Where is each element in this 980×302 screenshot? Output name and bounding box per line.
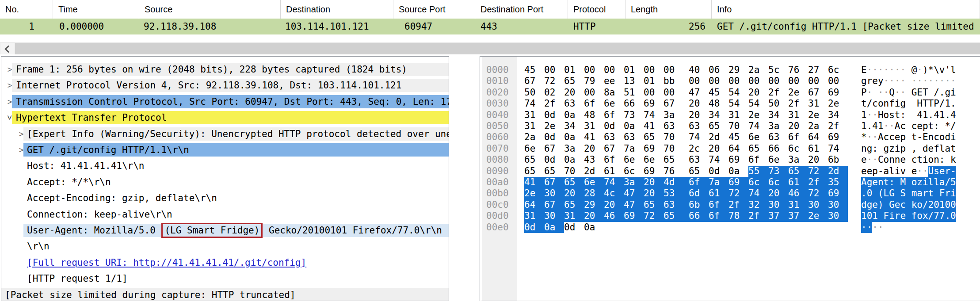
ascii-char[interactable]: l: [950, 65, 956, 76]
hex-byte[interactable]: 20: [748, 87, 768, 98]
ascii-char[interactable]: t: [884, 177, 889, 188]
detail-row[interactable]: >Frame 1: 256 bytes on wire (2048 bits),…: [1, 61, 449, 77]
ascii-char[interactable]: T: [923, 87, 928, 98]
ascii-char[interactable]: n: [934, 154, 939, 165]
ascii-char[interactable]: A: [878, 132, 884, 143]
hex-row[interactable]: 00706e673a20677a69702c206465666c6174ng: …: [480, 143, 980, 154]
hex-bytes[interactable]: 6565702d616c6976650d0a557365722d: [524, 166, 848, 177]
hex-byte[interactable]: 0d: [709, 166, 728, 177]
ascii-char[interactable]: ·: [872, 222, 878, 233]
hex-byte[interactable]: 55: [748, 166, 768, 177]
hex-byte[interactable]: 74: [828, 143, 848, 154]
hex-byte[interactable]: 65: [524, 154, 544, 165]
ascii-char[interactable]: ·: [917, 76, 923, 87]
ascii-char[interactable]: T: [923, 98, 928, 109]
expanded-chevron-icon[interactable]: >: [2, 115, 18, 120]
scroll-left-button[interactable]: [1, 43, 14, 54]
hex-byte[interactable]: 6c: [788, 143, 808, 154]
column-header-protocol[interactable]: Protocol: [568, 0, 625, 19]
ascii-char[interactable]: [911, 110, 917, 121]
hex-byte[interactable]: 31: [564, 210, 584, 222]
hex-byte[interactable]: 76: [664, 166, 689, 177]
ascii-char[interactable]: H: [878, 110, 884, 121]
hex-byte[interactable]: 30: [828, 199, 848, 210]
hex-byte[interactable]: 20: [644, 177, 664, 188]
ascii-char[interactable]: t: [911, 132, 917, 143]
ascii-char[interactable]: g: [867, 177, 873, 188]
hex-byte[interactable]: 00: [584, 65, 604, 76]
ascii-char[interactable]: z: [889, 143, 895, 154]
ascii-char[interactable]: e: [917, 121, 923, 132]
ascii-char[interactable]: o: [884, 110, 889, 121]
column-header-source[interactable]: Source: [139, 0, 281, 19]
hex-bytes[interactable]: 312e34310d0a4163636570743a202a2f: [524, 121, 848, 132]
hex-byte[interactable]: 0a: [564, 154, 584, 165]
ascii-char[interactable]: l: [934, 177, 939, 188]
hex-byte[interactable]: 6e: [768, 154, 788, 165]
hex-byte[interactable]: 29: [728, 65, 748, 76]
detail-row[interactable]: Connection: keep-alive\r\n: [1, 206, 449, 222]
ascii-char[interactable]: [872, 188, 878, 199]
hex-byte[interactable]: 67: [544, 177, 564, 188]
detail-row[interactable]: [HTTP request 1/1]: [1, 271, 449, 287]
hex-byte[interactable]: 00: [728, 76, 748, 87]
hex-row[interactable]: 0020500220008a510000474554202f2e6769P· ·…: [480, 87, 980, 98]
ascii-char[interactable]: 1: [923, 110, 928, 121]
ascii-char[interactable]: ·: [884, 87, 889, 98]
ascii-char[interactable]: -: [950, 166, 956, 177]
ascii-char[interactable]: M: [900, 177, 906, 188]
ascii-char[interactable]: ·: [923, 76, 928, 87]
hex-byte[interactable]: 2c: [689, 143, 709, 154]
hex-byte[interactable]: 61: [808, 143, 828, 154]
hex-byte[interactable]: 2a: [748, 65, 768, 76]
ascii-char[interactable]: 0: [950, 199, 956, 210]
ascii-char[interactable]: ·: [895, 76, 900, 87]
ascii-char[interactable]: F: [939, 188, 945, 199]
hex-byte[interactable]: 2f: [808, 177, 828, 188]
detail-row[interactable]: Accept: */*\r\n: [1, 174, 449, 190]
ascii-char[interactable]: r: [945, 188, 950, 199]
ascii-char[interactable]: m: [911, 188, 917, 199]
hex-byte[interactable]: 70: [664, 143, 689, 154]
hex-byte[interactable]: 69: [644, 98, 664, 109]
ascii-char[interactable]: 4: [934, 110, 939, 121]
hex-byte[interactable]: 69: [728, 154, 748, 165]
hex-row[interactable]: 00c064676529204765636b6f2f3230313030dge)…: [480, 199, 980, 210]
hex-byte[interactable]: 00: [664, 65, 689, 76]
hex-byte[interactable]: 3a: [788, 154, 808, 165]
hex-byte[interactable]: 20: [564, 87, 584, 98]
ascii-char[interactable]: .: [939, 87, 945, 98]
ascii-char[interactable]: ·: [911, 76, 917, 87]
hex-byte[interactable]: 65: [664, 210, 689, 222]
hex-byte[interactable]: 6f: [709, 210, 728, 222]
ascii-char[interactable]: n: [895, 154, 900, 165]
hex-bytes[interactable]: 4167656e743a204d6f7a696c6c612f35: [524, 177, 848, 188]
hex-byte[interactable]: 67: [524, 76, 544, 87]
ascii-bytes[interactable]: ng: gzip , deflat: [861, 143, 956, 154]
ascii-char[interactable]: i: [895, 166, 900, 177]
hex-byte[interactable]: 31: [524, 110, 544, 121]
detail-row[interactable]: >GET /.git/config HTTP/1.1\r\n: [1, 142, 449, 158]
hex-bytes[interactable]: 500220008a510000474554202f2e6769: [524, 87, 848, 98]
ascii-char[interactable]: d: [923, 143, 928, 154]
ascii-char[interactable]: ·: [872, 110, 878, 121]
ascii-char[interactable]: s: [889, 110, 895, 121]
ascii-char[interactable]: .: [950, 98, 956, 109]
hex-byte[interactable]: 72: [808, 166, 828, 177]
packet-list-hscrollbar[interactable]: [0, 42, 980, 54]
ascii-char[interactable]: ·: [878, 222, 884, 233]
hex-byte[interactable]: 69: [828, 87, 848, 98]
ascii-char[interactable]: (: [878, 188, 884, 199]
hex-byte[interactable]: 67: [808, 87, 828, 98]
ascii-char[interactable]: [878, 143, 884, 154]
ascii-char[interactable]: e: [872, 76, 878, 87]
hex-byte[interactable]: 66: [624, 98, 644, 109]
ascii-char[interactable]: ·: [895, 87, 900, 98]
ascii-char[interactable]: ·: [950, 76, 956, 87]
ascii-char[interactable]: :: [889, 177, 895, 188]
hex-byte[interactable]: 63: [664, 199, 689, 210]
hex-byte[interactable]: 31: [788, 110, 808, 121]
hex-byte[interactable]: 51: [624, 87, 644, 98]
hex-byte[interactable]: 63: [624, 132, 644, 143]
hex-byte[interactable]: 47: [689, 87, 709, 98]
